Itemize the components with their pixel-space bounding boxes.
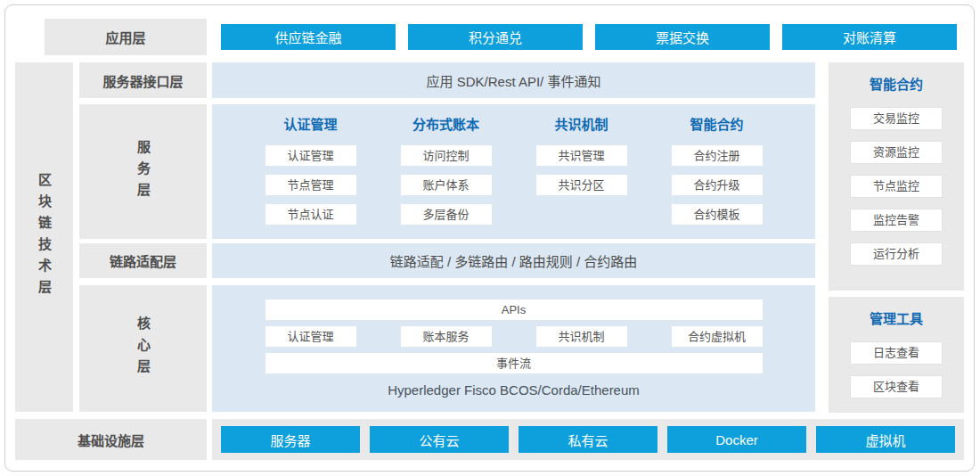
infra-button-private-cloud[interactable]: 私有云	[519, 426, 657, 453]
core-module[interactable]: 认证管理	[265, 326, 356, 347]
service-item[interactable]: 访问控制	[401, 145, 492, 166]
core-layer-label-text: 核心层	[134, 316, 152, 381]
interface-layer-label: 服务器接口层	[79, 62, 207, 98]
core-module[interactable]: 共识机制	[536, 326, 627, 347]
core-platforms-text: Hyperledger Fisco BCOS/Corda/Ethereum	[265, 382, 763, 398]
service-layer-grid: 认证管理 认证管理 节点管理 节点认证 分布式账本 访问控制 账户体系 多层备份…	[265, 116, 763, 225]
service-item[interactable]: 共识分区	[536, 175, 627, 195]
architecture-diagram: 应用层 供应链金融 积分通兑 票据交换 对账清算 区块链技术层 服务器接口层 服…	[0, 0, 980, 476]
service-column-smart-contract: 智能合约 合约注册 合约升级 合约模板	[672, 116, 763, 225]
service-column-ledger: 分布式账本 访问控制 账户体系 多层备份	[401, 116, 492, 225]
link-layer-label: 链路适配层	[79, 243, 207, 278]
core-apis-box[interactable]: APIs	[265, 300, 763, 320]
smart-contract-panel: 智能合约 交易监控 资源监控 节点监控 监控告警 运行分析	[829, 62, 964, 291]
core-layer-content: APIs 认证管理 账本服务 共识机制 合约虚拟机 事件流 Hyperledge…	[212, 285, 815, 412]
core-module[interactable]: 账本服务	[401, 326, 492, 347]
service-layer-label-text: 服务层	[134, 140, 152, 204]
panel-item-operation-analysis[interactable]: 运行分析	[850, 242, 943, 266]
smart-contract-panel-title: 智能合约	[870, 77, 923, 93]
core-module[interactable]: 合约虚拟机	[672, 326, 763, 347]
panel-item-transaction-monitor[interactable]: 交易监控	[850, 107, 943, 130]
interface-layer-content: 应用 SDK/Rest API/ 事件通知	[212, 62, 815, 98]
infra-button-vm[interactable]: 虚拟机	[816, 426, 955, 453]
panel-item-log-view[interactable]: 日志查看	[850, 341, 943, 365]
service-column-header: 分布式账本	[412, 116, 479, 134]
infra-button-docker[interactable]: Docker	[667, 426, 806, 453]
panel-item-resource-monitor[interactable]: 资源监控	[850, 141, 943, 164]
infra-layer-label: 基础设施层	[15, 419, 207, 460]
core-layer-label: 核心层	[79, 285, 207, 412]
core-modules-row: 认证管理 账本服务 共识机制 合约虚拟机	[265, 326, 763, 347]
service-item[interactable]: 合约升级	[672, 175, 763, 195]
infra-button-server[interactable]: 服务器	[221, 426, 360, 453]
core-layer-stack: APIs 认证管理 账本服务 共识机制 合约虚拟机 事件流 Hyperledge…	[265, 300, 763, 398]
panel-item-monitor-alert[interactable]: 监控告警	[850, 209, 943, 232]
service-item[interactable]: 多层备份	[401, 204, 492, 225]
infra-layer-strip: 服务器 公有云 私有云 Docker 虚拟机	[212, 419, 964, 460]
app-button-bill-exchange[interactable]: 票据交换	[595, 24, 770, 50]
service-column-header: 智能合约	[690, 116, 743, 134]
app-button-reconciliation[interactable]: 对账清算	[782, 24, 957, 50]
service-item[interactable]: 共识管理	[536, 145, 627, 166]
app-button-points-exchange[interactable]: 积分通兑	[408, 24, 583, 50]
service-item[interactable]: 账户体系	[401, 175, 492, 195]
service-item[interactable]: 节点认证	[265, 204, 356, 225]
service-item[interactable]: 合约模板	[672, 204, 763, 225]
service-column-header: 认证管理	[283, 116, 337, 134]
blockchain-tech-layer-bar: 区块链技术层	[15, 62, 73, 412]
service-column-consensus: 共识机制 共识管理 共识分区	[536, 116, 627, 225]
app-button-supply-chain-finance[interactable]: 供应链金融	[221, 24, 396, 50]
panel-item-node-monitor[interactable]: 节点监控	[850, 175, 943, 198]
service-item[interactable]: 合约注册	[672, 145, 763, 166]
service-column-header: 共识机制	[554, 116, 608, 134]
app-layer-buttons: 供应链金融 积分通兑 票据交换 对账清算	[221, 24, 957, 50]
service-column-auth: 认证管理 认证管理 节点管理 节点认证	[265, 116, 356, 225]
smart-contract-panel-items: 交易监控 资源监控 节点监控 监控告警 运行分析	[850, 107, 943, 266]
app-layer-label: 应用层	[45, 19, 207, 55]
service-layer-content: 认证管理 认证管理 节点管理 节点认证 分布式账本 访问控制 账户体系 多层备份…	[212, 104, 815, 239]
service-item[interactable]: 认证管理	[265, 145, 356, 166]
management-tools-panel: 管理工具 日志查看 区块查看	[829, 297, 964, 413]
panel-item-block-view[interactable]: 区块查看	[850, 375, 943, 398]
service-layer-label: 服务层	[79, 104, 207, 239]
core-event-stream-box[interactable]: 事件流	[265, 353, 763, 373]
blockchain-tech-layer-label: 区块链技术层	[35, 173, 53, 301]
infra-button-public-cloud[interactable]: 公有云	[370, 426, 509, 453]
service-item[interactable]: 节点管理	[265, 175, 356, 195]
link-layer-content: 链路适配 / 多链路由 / 路由规则 / 合约路由	[212, 243, 815, 278]
management-tools-panel-items: 日志查看 区块查看	[850, 341, 943, 398]
management-tools-panel-title: 管理工具	[870, 311, 923, 327]
